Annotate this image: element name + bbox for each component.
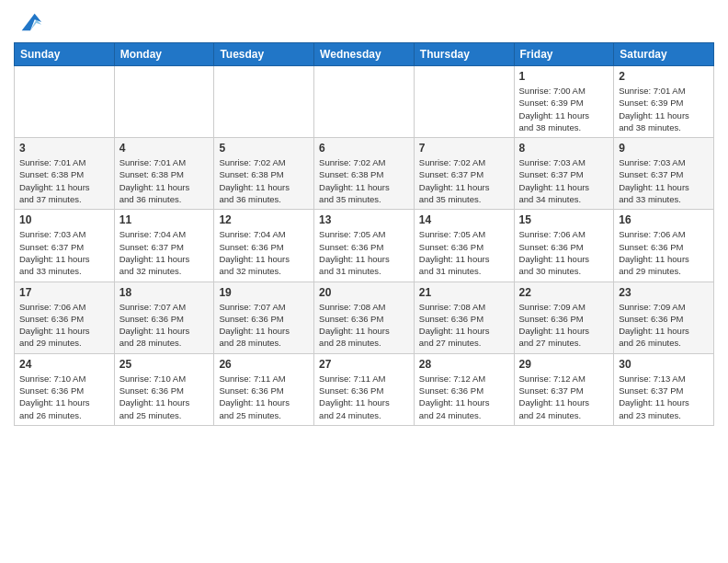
calendar-cell: 24Sunrise: 7:10 AMSunset: 6:36 PMDayligh… (15, 353, 115, 425)
weekday-header-monday: Monday (114, 43, 214, 66)
calendar-week-row: 10Sunrise: 7:03 AMSunset: 6:37 PMDayligh… (15, 210, 714, 282)
calendar-cell: 19Sunrise: 7:07 AMSunset: 6:36 PMDayligh… (214, 282, 314, 353)
calendar-cell: 5Sunrise: 7:02 AMSunset: 6:38 PMDaylight… (214, 138, 314, 210)
day-number: 16 (619, 213, 709, 226)
calendar-cell: 7Sunrise: 7:02 AMSunset: 6:37 PMDaylight… (414, 138, 514, 210)
calendar-week-row: 24Sunrise: 7:10 AMSunset: 6:36 PMDayligh… (15, 353, 714, 425)
calendar-week-row: 3Sunrise: 7:01 AMSunset: 6:38 PMDaylight… (15, 138, 714, 210)
day-number: 21 (419, 286, 509, 299)
calendar-cell: 17Sunrise: 7:06 AMSunset: 6:36 PMDayligh… (15, 282, 115, 353)
calendar-cell (114, 66, 214, 138)
day-number: 26 (219, 358, 309, 371)
day-number: 17 (19, 286, 109, 299)
calendar-cell: 3Sunrise: 7:01 AMSunset: 6:38 PMDaylight… (15, 138, 115, 210)
logo-icon (17, 9, 43, 35)
calendar-cell: 4Sunrise: 7:01 AMSunset: 6:38 PMDaylight… (114, 138, 214, 210)
calendar-cell (314, 66, 415, 138)
calendar-cell: 28Sunrise: 7:12 AMSunset: 6:36 PMDayligh… (414, 353, 514, 425)
day-info: Sunrise: 7:06 AMSunset: 6:36 PMDaylight:… (519, 228, 609, 277)
day-number: 19 (219, 286, 309, 299)
day-number: 29 (519, 358, 609, 371)
day-info: Sunrise: 7:06 AMSunset: 6:36 PMDaylight:… (619, 228, 709, 277)
weekday-header-tuesday: Tuesday (214, 43, 314, 66)
day-number: 25 (119, 358, 210, 371)
day-info: Sunrise: 7:11 AMSunset: 6:36 PMDaylight:… (219, 373, 309, 421)
day-info: Sunrise: 7:07 AMSunset: 6:36 PMDaylight:… (119, 301, 210, 350)
day-info: Sunrise: 7:07 AMSunset: 6:36 PMDaylight:… (219, 301, 309, 350)
calendar-cell: 16Sunrise: 7:06 AMSunset: 6:36 PMDayligh… (614, 210, 714, 282)
day-info: Sunrise: 7:00 AMSunset: 6:39 PMDaylight:… (519, 85, 609, 133)
day-info: Sunrise: 7:05 AMSunset: 6:36 PMDaylight:… (319, 228, 409, 277)
day-info: Sunrise: 7:01 AMSunset: 6:38 PMDaylight:… (19, 156, 109, 205)
day-number: 23 (619, 286, 709, 299)
day-number: 20 (319, 286, 409, 299)
day-info: Sunrise: 7:12 AMSunset: 6:37 PMDaylight:… (519, 373, 609, 421)
day-info: Sunrise: 7:05 AMSunset: 6:36 PMDaylight:… (419, 228, 509, 277)
day-number: 15 (519, 213, 609, 226)
calendar-cell: 25Sunrise: 7:10 AMSunset: 6:36 PMDayligh… (114, 353, 214, 425)
day-number: 11 (119, 213, 210, 226)
day-info: Sunrise: 7:10 AMSunset: 6:36 PMDaylight:… (119, 373, 210, 421)
calendar-week-row: 1Sunrise: 7:00 AMSunset: 6:39 PMDaylight… (15, 66, 714, 138)
calendar-cell: 20Sunrise: 7:08 AMSunset: 6:36 PMDayligh… (314, 282, 415, 353)
weekday-header-friday: Friday (514, 43, 614, 66)
page: SundayMondayTuesdayWednesdayThursdayFrid… (0, 0, 728, 563)
day-info: Sunrise: 7:03 AMSunset: 6:37 PMDaylight:… (519, 156, 609, 205)
calendar-cell (414, 66, 514, 138)
day-number: 22 (519, 286, 609, 299)
header (14, 9, 714, 35)
day-info: Sunrise: 7:10 AMSunset: 6:36 PMDaylight:… (19, 373, 109, 421)
day-number: 13 (319, 213, 409, 226)
day-number: 4 (119, 142, 210, 155)
weekday-header-thursday: Thursday (414, 43, 514, 66)
day-info: Sunrise: 7:02 AMSunset: 6:38 PMDaylight:… (219, 156, 309, 205)
day-info: Sunrise: 7:01 AMSunset: 6:39 PMDaylight:… (619, 85, 709, 133)
calendar-cell: 13Sunrise: 7:05 AMSunset: 6:36 PMDayligh… (314, 210, 415, 282)
day-info: Sunrise: 7:02 AMSunset: 6:37 PMDaylight:… (419, 156, 509, 205)
day-number: 28 (419, 358, 509, 371)
day-number: 30 (619, 358, 709, 371)
day-info: Sunrise: 7:04 AMSunset: 6:36 PMDaylight:… (219, 228, 309, 277)
day-info: Sunrise: 7:04 AMSunset: 6:37 PMDaylight:… (119, 228, 210, 277)
day-number: 24 (19, 358, 109, 371)
day-number: 9 (619, 142, 709, 155)
day-number: 2 (619, 70, 709, 83)
calendar-cell: 9Sunrise: 7:03 AMSunset: 6:37 PMDaylight… (614, 138, 714, 210)
day-info: Sunrise: 7:12 AMSunset: 6:36 PMDaylight:… (419, 373, 509, 421)
day-info: Sunrise: 7:09 AMSunset: 6:36 PMDaylight:… (619, 301, 709, 350)
calendar-cell: 12Sunrise: 7:04 AMSunset: 6:36 PMDayligh… (214, 210, 314, 282)
day-number: 12 (219, 213, 309, 226)
calendar-cell (15, 66, 115, 138)
calendar-table: SundayMondayTuesdayWednesdayThursdayFrid… (14, 42, 714, 426)
day-info: Sunrise: 7:13 AMSunset: 6:37 PMDaylight:… (619, 373, 709, 421)
calendar-cell: 2Sunrise: 7:01 AMSunset: 6:39 PMDaylight… (614, 66, 714, 138)
day-number: 1 (519, 70, 609, 83)
day-number: 10 (19, 213, 109, 226)
weekday-header-sunday: Sunday (15, 43, 115, 66)
calendar-header-row: SundayMondayTuesdayWednesdayThursdayFrid… (15, 43, 714, 66)
calendar-cell: 6Sunrise: 7:02 AMSunset: 6:38 PMDaylight… (314, 138, 415, 210)
day-info: Sunrise: 7:11 AMSunset: 6:36 PMDaylight:… (319, 373, 409, 421)
calendar-cell: 30Sunrise: 7:13 AMSunset: 6:37 PMDayligh… (614, 353, 714, 425)
day-info: Sunrise: 7:06 AMSunset: 6:36 PMDaylight:… (19, 301, 109, 350)
calendar-cell: 26Sunrise: 7:11 AMSunset: 6:36 PMDayligh… (214, 353, 314, 425)
day-info: Sunrise: 7:09 AMSunset: 6:36 PMDaylight:… (519, 301, 609, 350)
day-number: 6 (319, 142, 409, 155)
day-number: 5 (219, 142, 309, 155)
weekday-header-wednesday: Wednesday (314, 43, 415, 66)
day-number: 3 (19, 142, 109, 155)
calendar-cell: 18Sunrise: 7:07 AMSunset: 6:36 PMDayligh… (114, 282, 214, 353)
calendar-cell: 23Sunrise: 7:09 AMSunset: 6:36 PMDayligh… (614, 282, 714, 353)
calendar-cell: 14Sunrise: 7:05 AMSunset: 6:36 PMDayligh… (414, 210, 514, 282)
calendar-week-row: 17Sunrise: 7:06 AMSunset: 6:36 PMDayligh… (15, 282, 714, 353)
day-info: Sunrise: 7:02 AMSunset: 6:38 PMDaylight:… (319, 156, 409, 205)
calendar-cell: 22Sunrise: 7:09 AMSunset: 6:36 PMDayligh… (514, 282, 614, 353)
calendar-cell: 10Sunrise: 7:03 AMSunset: 6:37 PMDayligh… (15, 210, 115, 282)
weekday-header-saturday: Saturday (614, 43, 714, 66)
calendar-cell: 11Sunrise: 7:04 AMSunset: 6:37 PMDayligh… (114, 210, 214, 282)
day-number: 27 (319, 358, 409, 371)
day-info: Sunrise: 7:08 AMSunset: 6:36 PMDaylight:… (419, 301, 509, 350)
calendar-cell: 1Sunrise: 7:00 AMSunset: 6:39 PMDaylight… (514, 66, 614, 138)
calendar-cell (214, 66, 314, 138)
day-info: Sunrise: 7:03 AMSunset: 6:37 PMDaylight:… (619, 156, 709, 205)
